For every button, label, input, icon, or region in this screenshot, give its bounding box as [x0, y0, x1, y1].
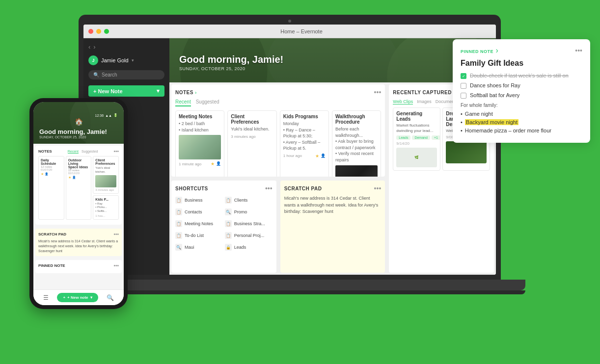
scratch-panel: SCRATCH PAD ••• Micah's new address is 3… — [280, 181, 385, 273]
new-note-button[interactable]: + New Note ▾ — [88, 85, 164, 97]
phone-scratch-menu[interactable]: ••• — [113, 232, 119, 237]
tab-recent[interactable]: Recent — [175, 99, 191, 106]
laptop-screen: Home – Evernote ‹ › J Jamie Gold ▾ — [83, 25, 496, 275]
chevron-icon: ▾ — [132, 58, 134, 63]
note-card-3[interactable]: Kids Programs Monday• Ray – Dance – Pick… — [280, 110, 329, 177]
traffic-light-red[interactable] — [88, 29, 93, 34]
browser-chrome: Home – Evernote — [83, 25, 496, 38]
scratch-text[interactable]: Micah's new address is 314 Cedar st. Cli… — [284, 195, 382, 215]
pinned-label-container: PINNED NOTE › — [461, 46, 498, 55]
phone-note-footer-1: 3 minutes ago — [95, 188, 116, 191]
shortcut-meeting[interactable]: 📋 Meeting Notes — [175, 219, 223, 229]
note-footer-2: 3 minutes ago — [231, 134, 273, 139]
phone-home-icon: 🏠 — [39, 117, 118, 126]
shortcuts-menu-icon[interactable]: ••• — [265, 184, 273, 192]
notebook-2-icons: ★ 👤 — [68, 176, 89, 180]
avatar: J — [88, 55, 98, 65]
checkbox-1[interactable]: ✓ — [461, 73, 466, 79]
nb-share-1: 👤 — [45, 172, 48, 176]
shortcut-promo[interactable]: 🔍 Promo — [225, 207, 273, 217]
phone-notes-header: NOTES Recent Suggested ••• — [38, 149, 119, 154]
phone-pinned-title: PINNED NOTE — [38, 263, 65, 268]
browser-url: Home – Evernote — [112, 28, 491, 34]
phone-screen: 12:36 ▲▲ 🔋 🏠 Good morning, Jamie! SUNDAY… — [33, 102, 124, 305]
traffic-light-green[interactable] — [104, 29, 109, 34]
bullet-icon-3: • — [461, 128, 463, 133]
phone-content: NOTES Recent Suggested ••• Daily Schedul… — [33, 144, 124, 289]
note-img-4 — [335, 165, 378, 177]
share-icon: 👤 — [216, 161, 221, 166]
shortcut-label-meeting: Meeting Notes — [185, 221, 213, 226]
phone-pinned-menu[interactable]: ••• — [113, 263, 119, 268]
shortcut-icon-personal: 📋 — [225, 232, 232, 239]
phone-tab-suggested[interactable]: Suggested — [82, 150, 98, 154]
tab-images[interactable]: Images — [417, 99, 432, 104]
scratch-menu-icon[interactable]: ••• — [374, 184, 382, 192]
note-card-4[interactable]: Walkthrough Procedure Before each walkth… — [332, 110, 381, 177]
checklist-item-1: ✓ Double-check if last week's sale is st… — [461, 73, 582, 79]
shortcut-bizstrat[interactable]: 📋 Business Stra... — [225, 219, 273, 229]
notes-menu-icon[interactable]: ••• — [374, 88, 382, 96]
forward-icon[interactable]: › — [93, 43, 95, 51]
bullet-text-1: Game night — [465, 111, 493, 117]
phone-note-card-2[interactable]: Kids P... • Ray• Picku...• Softb... 1 ho… — [93, 195, 119, 220]
star-icon: ★ — [211, 161, 215, 166]
phone-tab-recent[interactable]: Recent — [68, 150, 79, 154]
shortcut-label-clients: Clients — [234, 198, 248, 203]
recent-img-2 — [446, 141, 487, 163]
shortcut-label-maui: Maui — [185, 245, 194, 250]
traffic-light-yellow[interactable] — [96, 29, 101, 34]
shortcut-personal[interactable]: 📋 Personal Proj... — [225, 231, 273, 240]
note-card-2[interactable]: Client Preferences Yuki's ideal kitchen.… — [227, 110, 276, 177]
scratch-header: SCRATCH PAD ••• — [284, 184, 382, 192]
shortcut-contacts[interactable]: 📋 Contacts — [175, 207, 223, 217]
shortcut-icon-maui: 🔍 — [175, 244, 182, 251]
laptop-camera — [288, 20, 291, 23]
bullet-item-1: • Game night — [461, 111, 582, 117]
phone-search-icon[interactable]: 🔍 — [107, 294, 114, 301]
phone-pinned-section: PINNED NOTE ••• — [35, 260, 122, 273]
phone-new-note-button[interactable]: + + New note ▾ — [57, 293, 98, 302]
shortcut-label-contacts: Contacts — [185, 209, 202, 214]
notes-arrow-icon: › — [195, 90, 197, 95]
phone-note-body-2: • Ray• Picku...• Softb... — [95, 202, 116, 213]
phone-note-card-1[interactable]: Client Preferences Yuki's ideal kitchen.… — [93, 156, 119, 194]
notebook-title-2: Outdoor Living Space Ideas — [68, 158, 89, 169]
phone-note-img-1 — [95, 175, 116, 187]
recent-item-1[interactable]: Generating Leads Market fluctuations dwi… — [393, 107, 440, 171]
phone-greeting: Good morning, Jamie! — [39, 128, 118, 135]
phone-new-note-label: + New note — [67, 295, 88, 300]
shortcut-label-personal: Personal Proj... — [234, 233, 265, 238]
phone-scratch-text[interactable]: Micah's new address is 314 Cedar st. Cli… — [38, 239, 119, 253]
bullet-text-2: Backyard movie night — [465, 119, 518, 125]
shortcut-label-promo: Promo — [234, 209, 247, 214]
bullet-text-3: Homemade pizza – order more flour — [465, 128, 551, 133]
phone-time: 12:36 — [95, 114, 104, 117]
checkbox-2[interactable] — [461, 83, 466, 89]
sidebar-search[interactable]: 🔍 Search — [88, 70, 164, 79]
phone-note-title-2: Kids P... — [95, 198, 116, 201]
pinned-menu-icon[interactable]: ••• — [575, 47, 582, 54]
shortcut-clients[interactable]: 📋 Clients — [225, 195, 273, 205]
note-time-3: 1 hour ago — [283, 154, 302, 158]
tab-suggested[interactable]: Suggested — [196, 99, 219, 106]
recent-date-1: 9/14/20 — [396, 141, 437, 146]
bullet-icon-2: • — [461, 119, 463, 125]
shortcut-icon-clients: 📋 — [225, 197, 232, 204]
hamburger-icon[interactable]: ☰ — [43, 294, 49, 301]
laptop-body: Home – Evernote ‹ › J Jamie Gold ▾ — [79, 15, 501, 280]
shortcut-maui[interactable]: 🔍 Maui — [175, 242, 223, 252]
shortcut-todo[interactable]: 📋 To-do List — [175, 231, 223, 240]
back-icon[interactable]: ‹ — [88, 43, 90, 51]
note-card-1[interactable]: Meeting Notes • 2 bed / bath• Island kit… — [175, 110, 224, 177]
tab-webclips[interactable]: Web Clips — [393, 99, 413, 104]
shortcut-label-leads: Leads — [234, 245, 246, 250]
note-icons-3: ★ 👤 — [315, 154, 326, 158]
phone-notebook-1[interactable]: Daily Schedule 12 notes 01/07/20 ★ 👤 — [38, 156, 64, 220]
phone-notes-menu[interactable]: ••• — [113, 149, 119, 154]
shortcut-leads[interactable]: 🔒 Leads — [225, 242, 273, 252]
phone-notebook-2[interactable]: Outdoor Living Space Ideas 15 notes 02/1… — [66, 156, 92, 220]
shortcut-business[interactable]: 📋 Business — [175, 195, 223, 205]
share-icon-3: 👤 — [321, 154, 326, 158]
checkbox-3[interactable] — [461, 93, 466, 99]
